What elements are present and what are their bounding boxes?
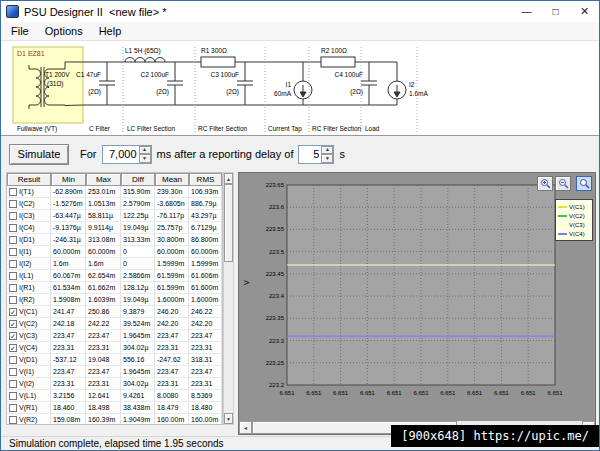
scroll-down-button[interactable]: ▼ [224,413,233,424]
table-row[interactable]: I(R1)61.534m61.662m128.12µ61.599m61.600m [7,282,222,294]
menu-options[interactable]: Options [37,23,91,39]
table-row[interactable]: V(R1)18.46018.49838.438m18.47918.480 [7,402,222,414]
table-row[interactable]: ✓V(C2)242.18242.2239.524m242.20242.20 [7,318,222,330]
x-tick-label: 6.651 [413,390,429,396]
row-checkbox[interactable] [9,404,17,412]
zoom-extents-button[interactable] [576,176,592,191]
row-checkbox[interactable] [9,248,17,256]
row-checkbox[interactable] [9,260,17,268]
result-label: V(C2) [19,320,37,327]
row-checkbox[interactable] [9,272,17,280]
result-value: 60.000m [155,246,189,258]
result-value: 223.31 [155,342,189,354]
result-value: 1.9645m [121,330,155,342]
table-row[interactable]: I(C4)-9.1376µ9.9114µ19.049µ25.757p6.7129… [7,222,222,234]
zoom-out-button[interactable] [555,176,571,191]
table-row[interactable]: V(D1)-537.1219.048556.16-247.62318.31 [7,354,222,366]
result-cell: ✓V(C2) [7,318,51,330]
result-value: 1.6m [51,258,86,270]
row-checkbox[interactable]: ✓ [9,332,17,340]
delay-down-button[interactable]: ▼ [321,154,333,163]
maximize-button[interactable]: □ [541,1,570,22]
capacitor-c1[interactable] [99,62,115,105]
delay-input[interactable] [299,146,321,163]
table-row[interactable]: I(I2)1.6m1.6m01.5999m1.5999m [7,258,222,270]
menu-file[interactable]: File [3,23,37,39]
label-l1: L1 5H (65Ω) [125,47,161,55]
table-row[interactable]: ✓V(C3)223.47223.471.9645m223.47223.47 [7,330,222,342]
scroll-left-button[interactable]: ◄ [239,421,252,434]
y-tick-label: 223.5 [269,249,285,255]
table-row[interactable]: ✓V(C1)241.47250.869.3879246.20246.22 [7,306,222,318]
result-cell: ✓V(C4) [7,342,51,354]
row-checkbox[interactable] [9,392,17,400]
duration-input[interactable] [103,146,139,163]
inductor-l1[interactable] [125,58,165,63]
result-label: V(C1) [19,308,37,315]
resistor-r2[interactable] [321,57,355,67]
table-row[interactable]: I(D1)-246.31µ313.08m313.33m30.800m86.800… [7,234,222,246]
row-checkbox[interactable] [9,236,17,244]
table-row[interactable]: V(I1)223.47223.471.9645m223.47223.47 [7,366,222,378]
delay-up-button[interactable]: ▲ [321,146,333,155]
row-checkbox[interactable] [9,380,17,388]
table-row[interactable]: I(C3)-63.447µ58.811µ122.25µ-76.117p43.29… [7,210,222,222]
capacitor-c4[interactable] [361,62,377,105]
result-value: 43.297µ [189,210,222,222]
result-value: 61.662m [86,282,121,294]
row-checkbox[interactable] [9,200,17,208]
row-checkbox[interactable] [9,296,17,304]
vertical-scroll-thumb[interactable] [224,184,233,262]
row-checkbox[interactable] [9,416,17,424]
capacitor-c3[interactable] [237,62,253,105]
row-checkbox[interactable]: ✓ [9,344,17,352]
x-tick-label: 6.651 [521,390,537,396]
duration-up-button[interactable]: ▲ [139,146,151,155]
table-row[interactable]: I(C2)-1.5276m1.0513m2.5790m-3.6805n886.7… [7,198,222,210]
table-row[interactable]: I(L1)60.067m62.654m2.5866m61.599m61.606m [7,270,222,282]
result-value: 556.16 [121,354,155,366]
table-row[interactable]: I(I1)60.000m60.000m060.000m60.000m [7,246,222,258]
table-row[interactable]: V(L1)3.215612.6419.42618.00808.5369 [7,390,222,402]
minimize-button[interactable]: — [512,1,541,22]
duration-down-button[interactable]: ▼ [139,154,151,163]
menu-help[interactable]: Help [91,23,130,39]
x-tick-label: 6.651 [333,390,349,396]
table-row[interactable]: ✓V(C4)223.31223.31304.02µ223.31223.31 [7,342,222,354]
label-c1: C1 47uF [76,71,101,78]
y-tick-label: 223.55 [266,226,285,232]
result-value: 223.47 [189,366,222,378]
header-diff: Diff [121,173,155,186]
schematic-svg[interactable]: D1 EZ81 T1 200V (31Ω) [5,41,597,136]
row-checkbox[interactable] [9,224,17,232]
load-i2[interactable] [388,62,406,105]
chart-plot[interactable]: 6.6516.6516.6516.6516.6516.6516.6516.651… [239,173,595,411]
result-value: 242.20 [155,318,189,330]
capacitor-c2[interactable] [167,62,183,105]
zoom-in-button[interactable] [537,176,553,191]
row-checkbox[interactable] [9,212,17,220]
result-value: 18.480 [189,402,222,414]
result-value: 61.534m [51,282,86,294]
row-checkbox[interactable]: ✓ [9,308,17,316]
simulate-button[interactable]: Simulate [9,144,69,165]
row-checkbox[interactable]: ✓ [9,320,17,328]
close-button[interactable]: ✕ [570,1,599,22]
resistor-r1[interactable] [201,57,235,67]
scroll-up-button[interactable]: ▲ [224,173,233,184]
row-checkbox[interactable] [9,356,17,364]
y-tick-label: 223.65 [266,182,285,188]
row-checkbox[interactable] [9,368,17,376]
results-vertical-scrollbar[interactable]: ▲ ▼ [223,172,234,425]
result-value: 1.6m [86,258,121,270]
table-row[interactable]: I(R2)1.5908m1.6039m19.049µ1.6000m1.6000m [7,294,222,306]
y-tick-label: 223.6 [269,204,285,210]
table-row[interactable]: V(I2)223.31223.31304.02µ223.31223.31 [7,378,222,390]
row-checkbox[interactable] [9,284,17,292]
label-r1: R1 300Ω [201,47,227,54]
table-row[interactable]: V(R2)159.08m160.39m1.9049m160.00m160.00m [7,414,222,425]
row-checkbox[interactable] [9,188,17,196]
result-cell: I(T1) [7,186,51,198]
table-row[interactable]: I(T1)-62.890m253.01m315.90m239.30n106.93… [7,186,222,198]
label-i2-value: 1.6mA [409,90,428,97]
